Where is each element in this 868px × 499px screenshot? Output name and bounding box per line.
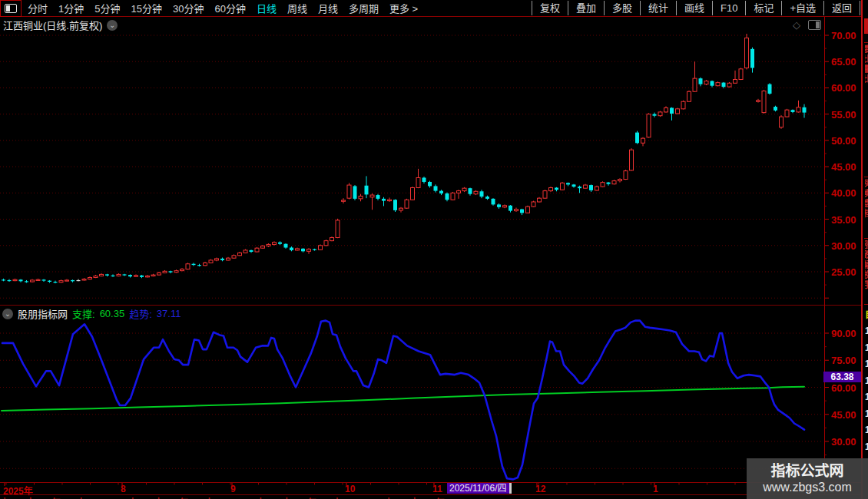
trend-label: 趋势: [129, 306, 152, 321]
price-axis-label: 65.00 [831, 56, 856, 68]
quote-strip-digit: 1 [865, 326, 868, 336]
tool-button-F10[interactable]: F10 [712, 1, 745, 15]
trading-app-window: 分时1分钟5分钟15分钟30分钟60分钟日线周线月线多周期更多 > 复权叠加多股… [0, 0, 868, 499]
support-value: 60.35 [100, 308, 125, 319]
period-tab-月线[interactable]: 月线 [318, 1, 338, 15]
watermark-box: 指标公式网 www.zbgs3.com [747, 458, 868, 499]
quote-strip-divider [864, 238, 868, 239]
period-tab-分时[interactable]: 分时 [28, 1, 48, 15]
pane-layout-icon[interactable] [808, 20, 821, 30]
quote-strip-text-sliver: 买卖盘档 [865, 179, 868, 236]
right-quote-strip[interactable]: 自 委比量比买卖盘档涨跌幅换手11111111 [861, 0, 868, 499]
period-tab-周线[interactable]: 周线 [287, 1, 307, 15]
watermark-title: 指标公式网 [770, 463, 843, 480]
period-tab-多周期[interactable]: 多周期 [349, 1, 379, 15]
date-badge: 2025/11/06/四 [447, 483, 512, 494]
quote-strip-digit: 1 [865, 441, 868, 452]
period-tab-15分钟[interactable]: 15分钟 [131, 1, 161, 15]
split-panel-icon [5, 4, 17, 13]
indicator-axis-label: 60.00 [831, 382, 856, 394]
indicator-axis-label: 45.00 [831, 409, 856, 421]
trend-value: 37.11 [157, 308, 181, 319]
panel-divider [0, 305, 861, 306]
tool-button-画线[interactable]: 画线 [676, 1, 712, 15]
quote-strip-divider [864, 177, 868, 177]
quote-strip-text-sliver: 涨跌幅换手 [865, 240, 868, 302]
quote-strip-divider [864, 304, 868, 305]
bottom-cutoff-row: 山 止 仨 上 一 山 止 仨 上 一 山 止 仨 上 一 山 止 仨 [0, 495, 745, 499]
top-toolbar: 分时1分钟5分钟15分钟30分钟60分钟日线周线月线多周期更多 > 复权叠加多股… [0, 0, 868, 17]
period-tab-30分钟[interactable]: 30分钟 [173, 1, 204, 15]
indicator-value-badge: 63.38 [823, 372, 861, 382]
stock-title: 江西铜业(日线.前复权) [3, 18, 102, 32]
price-axis-label: 25.00 [831, 266, 856, 278]
time-axis-label: 8 [121, 484, 126, 494]
chart-mini-icons: ◇ [793, 19, 821, 31]
time-axis-label: 2025年 [3, 484, 33, 497]
title-row: 江西铜业(日线.前复权) ⌄ [3, 18, 118, 32]
layout-button[interactable] [0, 0, 22, 17]
indicator-name: 股朋指标网 [18, 306, 68, 321]
tool-button-返回[interactable]: 返回 [823, 1, 860, 15]
diamond-icon[interactable]: ◇ [793, 19, 800, 31]
tool-button-标记[interactable]: 标记 [745, 1, 781, 15]
time-axis-top-line [0, 482, 861, 483]
quote-strip-text-sliver: 委比量比 [865, 45, 868, 173]
price-axis-line [824, 16, 825, 494]
time-axis-label: 11 [432, 484, 442, 494]
indicator-axis-label: 75.00 [831, 355, 856, 366]
indicator-header: ⌄ 股朋指标网 支撑: 60.35 趋势: 37.11 [2, 306, 181, 321]
quote-strip-digit: 1 [865, 408, 868, 419]
price-axis-label: 40.00 [831, 187, 856, 199]
price-axis-label: 50.00 [831, 135, 856, 147]
quote-strip-digit: 1 [865, 342, 868, 353]
period-tab-更多 >[interactable]: 更多 > [389, 1, 418, 15]
quote-strip-digit: 1 [865, 425, 868, 435]
tool-button-统计[interactable]: 统计 [640, 1, 676, 15]
time-axis-label: 1 [653, 484, 658, 494]
price-axis-label: 70.00 [831, 30, 856, 41]
tool-button-+自选[interactable]: +自选 [781, 1, 823, 15]
price-axis-label: 55.00 [831, 109, 856, 121]
period-tab-5分钟[interactable]: 5分钟 [94, 1, 120, 15]
collapse-chevron-icon[interactable]: ⌄ [2, 309, 13, 319]
tool-button-叠加[interactable]: 叠加 [568, 1, 604, 15]
price-axis-label: 30.00 [831, 240, 856, 252]
time-axis-label: 12 [535, 484, 545, 494]
quote-strip-digit: 1 [865, 392, 868, 402]
time-axis-label: 10 [345, 484, 355, 494]
quote-strip-divider [864, 42, 868, 43]
tool-button-bar: 复权叠加多股统计画线F10标记+自选返回 [532, 0, 860, 16]
bottom-cutoff-glyphs: 山 止 仨 上 一 山 止 仨 上 一 山 止 仨 上 一 山 止 仨 [0, 495, 745, 499]
candlestick-chart-svg[interactable] [0, 0, 868, 499]
period-tab-bar: 分时1分钟5分钟15分钟30分钟60分钟日线周线月线多周期更多 > [28, 1, 418, 15]
price-axis-label: 45.00 [831, 161, 856, 173]
period-tab-日线[interactable]: 日线 [257, 1, 277, 15]
period-tab-1分钟[interactable]: 1分钟 [58, 1, 84, 15]
time-axis-label: 9 [230, 484, 236, 494]
indicator-axis-label: 90.00 [831, 328, 856, 339]
watermark-url: www.zbgs3.com [763, 480, 852, 494]
tool-button-复权[interactable]: 复权 [532, 1, 568, 15]
quote-strip-digit: 1 [865, 359, 868, 369]
support-label: 支撑: [72, 306, 95, 321]
indicator-axis-label: 30.00 [831, 436, 856, 448]
tool-button-多股[interactable]: 多股 [604, 1, 640, 15]
quote-strip-digit: 1 [865, 375, 868, 386]
chevron-down-icon[interactable]: ⌄ [107, 20, 118, 31]
price-axis-label: 35.00 [831, 214, 856, 226]
quote-strip-header [864, 18, 868, 34]
price-axis-label: 60.00 [831, 82, 856, 94]
period-tab-60分钟[interactable]: 60分钟 [214, 1, 245, 15]
